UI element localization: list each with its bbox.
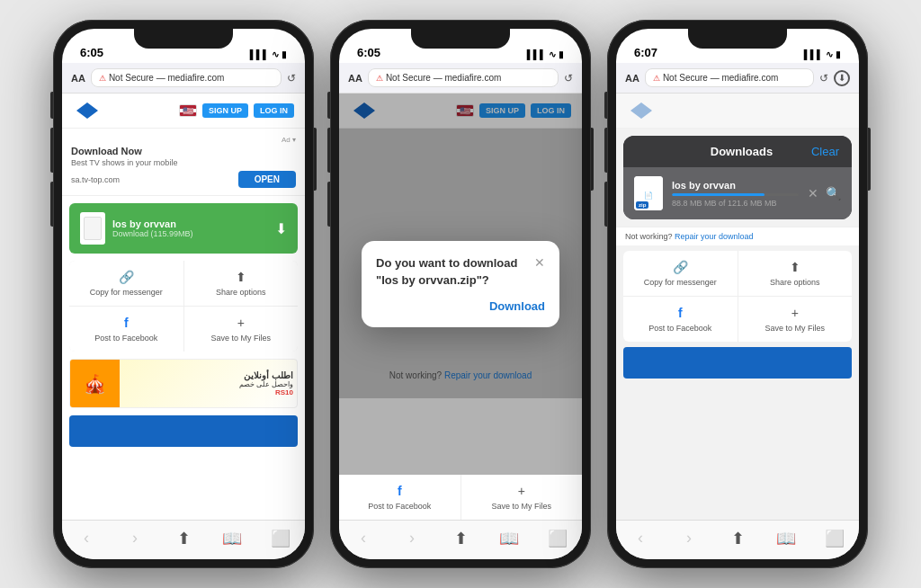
zip-label-3: zip — [636, 201, 648, 209]
ad-label-1: Ad ▾ — [71, 136, 296, 144]
bookmarks-btn-2[interactable]: 📖 — [491, 529, 527, 548]
address-bar-1[interactable]: AA ⚠ Not Secure — mediafire.com ↺ — [62, 63, 305, 94]
ad-row-1: sa.tv-top.com OPEN — [71, 171, 296, 188]
forward-btn-1[interactable]: › — [117, 529, 153, 548]
mf-logo-svg-3 — [627, 101, 656, 120]
download-section-1[interactable]: Ios by orvvan Download (115.99MB) ⬇ — [69, 203, 298, 254]
forward-btn-2[interactable]: › — [394, 529, 430, 548]
reload-icon-2[interactable]: ↺ — [564, 72, 573, 85]
ad-title-1: Download Now — [71, 146, 296, 156]
url-text-3: Not Secure — mediafire.com — [663, 73, 778, 83]
copy-messenger-label-3: Copy for messenger — [644, 278, 717, 287]
dialog-actions-2: Download — [376, 299, 545, 313]
forward-btn-3[interactable]: › — [671, 529, 707, 548]
facebook-btn-3[interactable]: f Post to Facebook — [623, 297, 738, 342]
phone-3: 6:07 ▌▌▌ ∿ ▮ AA ⚠ Not Secure — mediafire… — [607, 20, 868, 568]
address-bar-3[interactable]: AA ⚠ Not Secure — mediafire.com ↺ ⬇ — [616, 63, 859, 94]
ad-sub-1: Best TV shows in your mobile — [71, 158, 296, 167]
back-btn-2[interactable]: ‹ — [345, 529, 381, 548]
not-secure-icon-3: ⚠ — [653, 74, 660, 83]
status-icons-3: ▌▌▌ ∿ ▮ — [804, 49, 841, 59]
save-files-btn-2[interactable]: + Save to My Files — [461, 475, 583, 520]
dl-item-name-3: Ios by orvvan — [672, 180, 799, 191]
action-grid-1: 🔗 Copy for messenger ⬆ Share options f P… — [69, 261, 298, 352]
bottom-nav-2: ‹ › ⬆ 📖 ⬜ — [339, 520, 582, 559]
bottom-actions-2: f Post to Facebook + Save to My Files — [339, 475, 582, 520]
dl-file-icon-1 — [80, 212, 105, 245]
dl-item-actions-3: ✕ 🔍 — [808, 186, 841, 200]
aa-label-2[interactable]: AA — [348, 73, 362, 84]
share-btn-2[interactable]: ⬆ — [443, 529, 478, 548]
url-bar-2[interactable]: ⚠ Not Secure — mediafire.com — [368, 68, 559, 87]
link-icon-3: 🔗 — [673, 260, 688, 274]
signup-btn-1[interactable]: SIGN UP — [202, 103, 248, 118]
facebook-btn-2[interactable]: f Post to Facebook — [339, 475, 460, 520]
facebook-label-2: Post to Facebook — [368, 502, 431, 511]
bookmarks-btn-3[interactable]: 📖 — [768, 529, 804, 548]
browser-2: 🇺🇸 SIGN UP LOG IN Not working? Repair yo… — [339, 94, 582, 475]
facebook-icon-1: f — [124, 316, 129, 330]
dialog-close-btn-2[interactable]: ✕ — [534, 255, 545, 270]
back-btn-3[interactable]: ‹ — [622, 529, 658, 548]
address-bar-2[interactable]: AA ⚠ Not Secure — mediafire.com ↺ — [339, 63, 582, 94]
bottom-ad-1: 🎪 اطلب أونلاين واحصل على خصم RS10 — [69, 359, 298, 408]
url-bar-3[interactable]: ⚠ Not Secure — mediafire.com — [645, 68, 814, 87]
plus-icon-2: + — [518, 484, 525, 498]
copy-messenger-btn-3[interactable]: 🔗 Copy for messenger — [623, 251, 738, 296]
cancel-dl-icon-3[interactable]: ✕ — [808, 186, 818, 200]
not-secure-icon-1: ⚠ — [99, 74, 106, 83]
ad-domain-1: sa.tv-top.com — [71, 175, 120, 184]
status-icons-2: ▌▌▌ ∿ ▮ — [527, 49, 564, 59]
facebook-icon-3: f — [678, 306, 683, 320]
bookmarks-btn-1[interactable]: 📖 — [214, 529, 250, 548]
search-dl-icon-3[interactable]: 🔍 — [826, 186, 841, 200]
downloads-clear-btn-3[interactable]: Clear — [811, 145, 839, 158]
back-btn-1[interactable]: ‹ — [68, 529, 104, 548]
open-btn-1[interactable]: OPEN — [238, 171, 296, 188]
download-confirm-btn-2[interactable]: Download — [489, 299, 545, 313]
copy-messenger-btn-1[interactable]: 🔗 Copy for messenger — [69, 261, 183, 306]
facebook-btn-1[interactable]: f Post to Facebook — [69, 307, 183, 352]
save-files-btn-3[interactable]: + Save to My Files — [738, 297, 853, 342]
facebook-icon-2: f — [398, 484, 402, 498]
status-icons-1: ▌▌▌ ∿ ▮ — [250, 49, 287, 59]
save-files-btn-1[interactable]: + Save to My Files — [184, 307, 299, 352]
battery-icon-2: ▮ — [559, 49, 564, 59]
aa-label-1[interactable]: AA — [71, 73, 85, 84]
phone-2: 6:05 ▌▌▌ ∿ ▮ AA ⚠ Not Secure — mediafire… — [330, 20, 591, 568]
reload-icon-3[interactable]: ↺ — [819, 72, 828, 85]
plus-icon-1: + — [237, 316, 245, 330]
not-secure-icon-2: ⚠ — [376, 74, 383, 83]
save-files-label-2: Save to My Files — [491, 502, 551, 511]
share-btn-3[interactable]: ⬆ — [720, 529, 756, 548]
dialog-overlay-2: Do you want to download "Ios by orvvan.z… — [339, 94, 582, 475]
signal-icon-2: ▌▌▌ — [527, 49, 546, 59]
download-item-3: 📄 zip Ios by orvvan 88.8 MB MB of 121.6 … — [623, 167, 852, 219]
bottom-nav-1: ‹ › ⬆ 📖 ⬜ — [62, 520, 305, 559]
login-btn-1[interactable]: LOG IN — [254, 103, 294, 118]
repair-link-3[interactable]: Repair your download — [675, 232, 754, 241]
downloads-addr-icon-3[interactable]: ⬇ — [834, 70, 850, 86]
reload-icon-1[interactable]: ↺ — [287, 72, 296, 85]
signal-icon-1: ▌▌▌ — [250, 49, 269, 59]
tabs-btn-1[interactable]: ⬜ — [263, 529, 299, 548]
aa-label-3[interactable]: AA — [625, 73, 639, 84]
share-icon-3: ⬆ — [790, 260, 800, 274]
action-grid-3: 🔗 Copy for messenger ⬆ Share options f P… — [623, 251, 852, 342]
mediafire-logo-svg — [73, 101, 102, 120]
share-options-btn-1[interactable]: ⬆ Share options — [184, 261, 299, 306]
share-options-btn-3[interactable]: ⬆ Share options — [738, 251, 853, 296]
tabs-btn-2[interactable]: ⬜ — [540, 529, 576, 548]
dl-filename-1: Ios by orvvan — [112, 218, 275, 229]
share-options-label-3: Share options — [770, 278, 820, 287]
dl-btn-1[interactable]: ⬇ — [275, 220, 287, 237]
tabs-btn-3[interactable]: ⬜ — [817, 529, 853, 548]
flag-icon-1: 🇺🇸 — [179, 104, 197, 117]
url-bar-1[interactable]: ⚠ Not Secure — mediafire.com — [91, 68, 282, 87]
share-btn-1[interactable]: ⬆ — [165, 529, 201, 548]
bottom-nav-3: ‹ › ⬆ 📖 ⬜ — [616, 520, 859, 559]
header-right-1: 🇺🇸 SIGN UP LOG IN — [179, 103, 294, 118]
dialog-title-2: Do you want to download "Ios by orvvan.z… — [376, 255, 534, 288]
dialog-box-2: Do you want to download "Ios by orvvan.z… — [362, 241, 559, 326]
dl-size-1: Download (115.99MB) — [112, 229, 275, 238]
